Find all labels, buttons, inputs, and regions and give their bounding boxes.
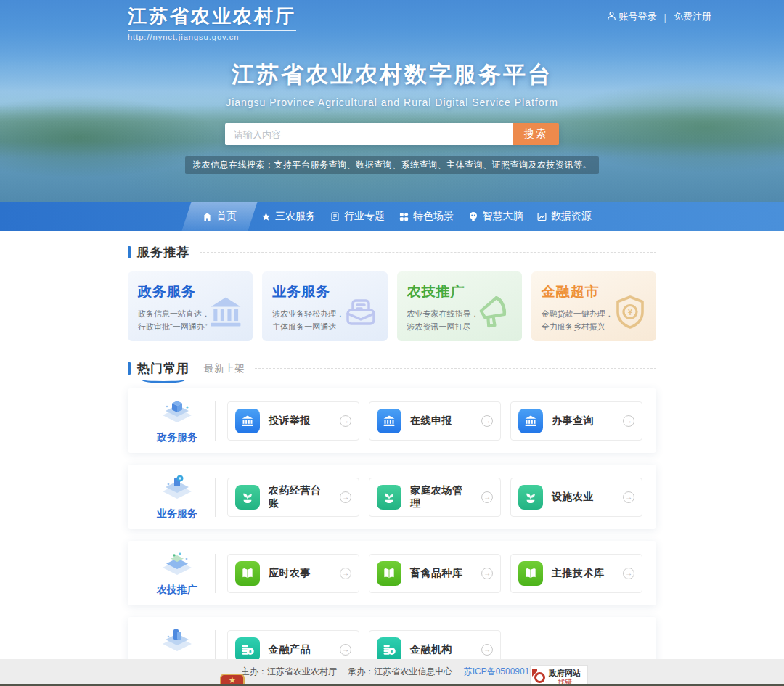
service-item-complaint[interactable]: 投诉举报 → bbox=[227, 401, 359, 441]
brain-icon bbox=[468, 211, 478, 221]
shield-yuan-icon: ¥ bbox=[611, 293, 649, 334]
nav-item-scenes[interactable]: 特色场景 bbox=[392, 202, 461, 231]
arrow-icon: → bbox=[481, 491, 493, 503]
sprout-icon bbox=[518, 485, 543, 510]
nav-item-brain[interactable]: 智慧大脑 bbox=[461, 202, 530, 231]
government-3d-icon bbox=[159, 397, 195, 429]
section-marker bbox=[128, 362, 131, 375]
main-nav: 首页 三农服务 行业专题 特色场景 智慧大脑 数据资源 bbox=[0, 202, 784, 231]
search-button[interactable]: 搜索 bbox=[513, 123, 559, 145]
footer-line1: 主办：江苏省农业农村厅 承办：江苏省农业信息中心 苏ICP备05009012号 bbox=[0, 659, 784, 678]
recommend-title: 服务推荐 bbox=[137, 244, 189, 261]
footer-host: 主办：江苏省农业农村厅 bbox=[241, 666, 337, 677]
platform-subtitle: Jiangsu Province Agricultural and Rural … bbox=[0, 97, 784, 108]
group-row-business: 业务服务 农药经营台账 → 家庭农场管理 → 设施农业 → bbox=[128, 465, 656, 529]
group-header-agritech: 农技推广 bbox=[139, 550, 215, 597]
hero-banner: 江苏省农业农村厅 http://nynct.jiangsu.gov.cn 账号登… bbox=[0, 0, 784, 202]
nav-item-industry[interactable]: 行业专题 bbox=[323, 202, 392, 231]
hot-section-header: 热门常用 最新上架 bbox=[128, 360, 656, 377]
search-input[interactable] bbox=[225, 123, 513, 145]
group-row-agritech: 农技推广 应时农事 → 畜禽品种库 → 主推技术库 → bbox=[128, 541, 656, 605]
agritech-3d-icon bbox=[159, 550, 195, 581]
service-item-livestock-breed-library[interactable]: 畜禽品种库 → bbox=[369, 554, 501, 593]
home-icon bbox=[203, 212, 212, 221]
top-bar: 江苏省农业农村厅 http://nynct.jiangsu.gov.cn 账号登… bbox=[0, 0, 784, 33]
arrow-icon: → bbox=[340, 644, 351, 656]
card-finance-market[interactable]: 金融超市 金融贷款一键办理，全力服务乡村振兴 ¥ bbox=[531, 271, 656, 341]
account-links: 账号登录 | 免费注册 bbox=[607, 10, 711, 23]
search-hint: 涉农信息在线搜索：支持平台服务查询、数据查询、系统查询、主体查询、证照查询及农技… bbox=[185, 156, 599, 174]
open-book-icon bbox=[377, 561, 401, 586]
section-rule bbox=[255, 368, 656, 369]
divider: | bbox=[664, 12, 666, 23]
grid-icon bbox=[399, 212, 409, 221]
arrow-icon: → bbox=[623, 568, 634, 579]
vertical-divider bbox=[215, 554, 216, 593]
document-icon bbox=[341, 293, 380, 334]
arrow-icon: → bbox=[623, 491, 634, 503]
arrow-icon: → bbox=[481, 568, 493, 579]
site-url: http://nynct.jiangsu.gov.cn bbox=[128, 30, 296, 41]
recommend-section-header: 服务推荐 bbox=[128, 244, 656, 261]
search-bar: 搜索 bbox=[225, 123, 559, 145]
gov-site-error-badge[interactable]: 政府网站 找错 bbox=[530, 665, 588, 686]
group-header-government: 政务服务 bbox=[139, 397, 215, 444]
service-item-main-technology-library[interactable]: 主推技术库 → bbox=[510, 554, 642, 593]
svg-text:¥: ¥ bbox=[249, 648, 252, 654]
site-logo[interactable]: 江苏省农业农村厅 http://nynct.jiangsu.gov.cn bbox=[128, 4, 296, 41]
coins-yuan-icon: ¥ bbox=[235, 637, 260, 662]
card-government-services[interactable]: 政务服务 政务信息一站直达，行政审批“一网通办” bbox=[128, 271, 253, 341]
bank-icon bbox=[206, 293, 245, 334]
footer: 主办：江苏省农业农村厅 承办：江苏省农业信息中心 苏ICP备05009012号 … bbox=[0, 659, 784, 686]
main-content: 服务推荐 政务服务 政务信息一站直达，行政审批“一网通办” 业务服务 涉农业务轻… bbox=[128, 231, 656, 682]
group-row-government: 政务服务 投诉举报 → 在线申报 → 办事查询 → bbox=[128, 388, 656, 453]
section-rule bbox=[200, 252, 656, 253]
bank-icon bbox=[377, 409, 401, 433]
user-icon bbox=[607, 11, 616, 23]
gov-badge-icon bbox=[534, 672, 545, 683]
svg-text:¥: ¥ bbox=[391, 648, 393, 654]
section-marker bbox=[128, 246, 131, 258]
service-item-affair-inquiry[interactable]: 办事查询 → bbox=[510, 401, 642, 441]
page: 江苏省农业农村厅 http://nynct.jiangsu.gov.cn 账号登… bbox=[0, 0, 784, 686]
open-book-icon bbox=[235, 561, 260, 586]
login-link[interactable]: 账号登录 bbox=[607, 10, 657, 23]
register-link[interactable]: 免费注册 bbox=[674, 10, 711, 23]
svg-text:¥: ¥ bbox=[628, 307, 633, 317]
platform-title: 江苏省农业农村数字服务平台 bbox=[0, 60, 784, 90]
arrow-icon: → bbox=[340, 491, 351, 503]
data-icon bbox=[537, 212, 547, 221]
service-item-pesticide-ledger[interactable]: 农药经营台账 → bbox=[227, 478, 359, 517]
star-icon bbox=[261, 212, 271, 221]
megaphone-icon bbox=[474, 292, 515, 334]
sprout-icon bbox=[235, 485, 260, 510]
bank-icon bbox=[518, 409, 543, 433]
nav-item-services[interactable]: 三农服务 bbox=[254, 202, 323, 231]
service-item-online-declaration[interactable]: 在线申报 → bbox=[369, 401, 501, 441]
tab-newly-listed[interactable]: 最新上架 bbox=[204, 362, 245, 375]
footer-organizer: 承办：江苏省农业信息中心 bbox=[348, 666, 452, 677]
service-item-family-farm[interactable]: 家庭农场管理 → bbox=[369, 478, 501, 517]
sprout-icon bbox=[377, 485, 401, 510]
site-name: 江苏省农业农村厅 bbox=[128, 4, 296, 29]
card-agritech-promotion[interactable]: 农技推广 农业专家在线指导，涉农资讯一网打尽 bbox=[397, 271, 522, 341]
coins-yuan-icon: ¥ bbox=[377, 637, 401, 662]
arrow-icon: → bbox=[623, 415, 634, 427]
tab-hot-common[interactable]: 热门常用 bbox=[137, 360, 189, 377]
arrow-icon: → bbox=[340, 568, 351, 579]
service-item-facility-agriculture[interactable]: 设施农业 → bbox=[510, 478, 642, 517]
card-business-services[interactable]: 业务服务 涉农业务轻松办理，主体服务一网通达 bbox=[262, 271, 387, 341]
arrow-icon: → bbox=[340, 415, 351, 427]
nav-item-home[interactable]: 首页 bbox=[185, 202, 254, 231]
service-item-seasonal-farming[interactable]: 应时农事 → bbox=[227, 554, 359, 593]
arrow-icon: → bbox=[481, 644, 493, 656]
open-book-icon bbox=[518, 561, 543, 586]
arrow-icon: → bbox=[481, 415, 493, 427]
group-header-business: 业务服务 bbox=[139, 473, 215, 520]
bank-icon bbox=[235, 409, 260, 433]
vertical-divider bbox=[215, 401, 216, 441]
business-3d-icon bbox=[159, 473, 195, 505]
nav-item-data[interactable]: 数据资源 bbox=[530, 202, 599, 231]
industry-icon bbox=[330, 212, 340, 221]
finance-3d-icon bbox=[159, 626, 195, 658]
